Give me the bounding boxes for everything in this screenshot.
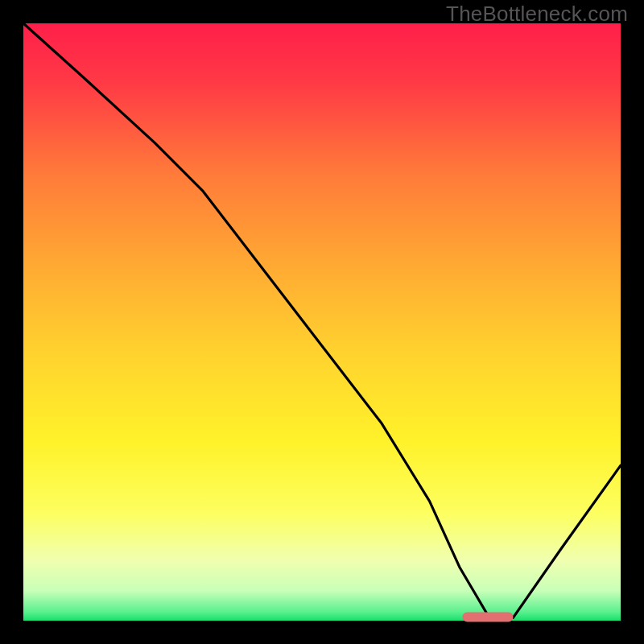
minimum-marker <box>462 613 513 622</box>
plot-background <box>23 23 621 621</box>
chart-svg <box>0 0 644 644</box>
bottleneck-chart: TheBottleneck.com <box>0 0 644 644</box>
watermark-text: TheBottleneck.com <box>446 2 628 27</box>
